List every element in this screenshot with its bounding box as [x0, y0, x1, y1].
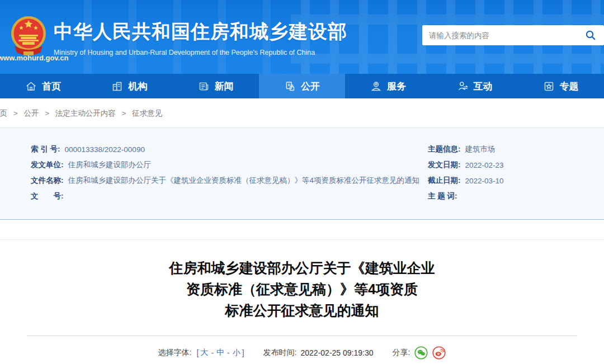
interaction-icon — [457, 81, 469, 92]
breadcrumb-solicit-opinions[interactable]: 征求意见 — [132, 109, 162, 117]
bracket: [ — [196, 348, 199, 357]
document-meta-panel: 索 引 号: 000013338/2022-00090 发文单位: 住房和城乡建… — [0, 127, 604, 220]
article-title-line: 住房和城乡建设部办公厅关于《建筑业企业 — [0, 257, 604, 278]
meta-row-issuing-unit: 发文单位: 住房和城乡建设部办公厅 — [31, 157, 405, 173]
nav-item-topics[interactable]: 专题 — [518, 74, 604, 98]
nav-item-service[interactable]: 服务 — [345, 74, 431, 98]
meta-row-index-number: 索 引 号: 000013338/2022-00090 — [31, 141, 405, 157]
publish-time-value: 2022-02-25 09:19:30 — [301, 348, 374, 357]
nav-label: 新闻 — [215, 80, 234, 93]
breadcrumb: 首页 > 公开 > 法定主动公开内容 > 征求意见 — [0, 98, 604, 127]
font-select-label: 选择字体: — [158, 348, 192, 358]
meta-label: 文 号: — [31, 191, 64, 201]
font-size-small-link[interactable]: 小 — [233, 348, 240, 358]
meta-row-keywords: 主 题 词: — [428, 188, 596, 204]
nav-label: 机构 — [128, 80, 147, 93]
font-size-large-link[interactable]: 大 — [200, 348, 208, 358]
meta-column-left: 索 引 号: 000013338/2022-00090 发文单位: 住房和城乡建… — [31, 141, 405, 204]
breadcrumb-separator: > — [122, 109, 126, 117]
meta-label: 文件名称: — [31, 176, 64, 186]
nav-item-org[interactable]: 机构 — [86, 74, 172, 98]
meta-column-right: 主题信息: 建筑市场 发文日期: 2022-02-23 截止日期: 2022-0… — [428, 141, 596, 204]
breadcrumb-separator: > — [45, 109, 49, 117]
meta-label: 发文单位: — [31, 160, 64, 170]
disclosure-docs-icon — [284, 81, 296, 92]
article-title-line: 标准公开征求意见的通知 — [0, 300, 604, 321]
section-divider — [0, 220, 604, 240]
dash: - — [211, 348, 214, 357]
newspaper-icon — [198, 81, 210, 92]
meta-row-document-number: 文 号: — [31, 188, 405, 204]
publish-time: 发布时间: 2022-02-25 09:19:30 — [263, 348, 374, 358]
nav-item-news[interactable]: 新闻 — [173, 74, 259, 98]
main-nav: 首页 机构 新闻 公开 服务 互动 — [0, 74, 604, 98]
meta-label: 索 引 号: — [31, 144, 60, 154]
bracket: ] — [242, 348, 244, 357]
breadcrumb-disclosure[interactable]: 公开 — [23, 109, 39, 117]
site-title: 中华人民共和国住房和城乡建设部 — [54, 19, 347, 45]
breadcrumb-home[interactable]: 首页 — [0, 109, 7, 117]
article-title-line: 资质标准（征求意见稿）》等4项资质 — [0, 278, 604, 300]
meta-row-issue-date: 发文日期: 2022-02-23 — [428, 157, 596, 173]
nav-label: 公开 — [301, 80, 320, 93]
publish-time-label: 发布时间: — [263, 348, 297, 358]
search-button[interactable] — [584, 29, 597, 42]
nav-item-disclosure[interactable]: 公开 — [259, 74, 345, 98]
national-emblem-icon — [10, 13, 47, 58]
meta-row-topic-info: 主题信息: 建筑市场 — [428, 141, 596, 157]
star-topics-icon — [543, 81, 555, 92]
site-subtitle: Ministry of Housing and Urban-Rural Deve… — [54, 49, 347, 56]
font-size-medium-link[interactable]: 中 — [216, 348, 224, 358]
meta-value: 2022-02-23 — [465, 161, 504, 169]
meta-label: 主 题 词: — [428, 191, 457, 201]
share-label: 分享: — [393, 348, 410, 358]
meta-label: 主题信息: — [428, 144, 461, 154]
meta-label: 截止日期: — [428, 176, 461, 186]
meta-label: 发文日期: — [428, 160, 461, 170]
breadcrumb-statutory-content[interactable]: 法定主动公开内容 — [55, 109, 116, 117]
meta-value: 住房和城乡建设部办公厅 — [68, 160, 152, 170]
meta-value: 000013338/2022-00090 — [65, 145, 145, 154]
article-title: 住房和城乡建设部办公厅关于《建筑业企业 资质标准（征求意见稿）》等4项资质 标准… — [0, 240, 604, 321]
nav-item-interaction[interactable]: 互动 — [431, 74, 517, 98]
search-input[interactable] — [429, 31, 584, 40]
nav-label: 首页 — [42, 80, 61, 93]
nav-label: 专题 — [560, 80, 579, 93]
meta-value: 2022-03-10 — [465, 177, 504, 185]
home-icon — [25, 81, 37, 92]
wechat-share-icon[interactable] — [414, 346, 428, 360]
meta-row-deadline-date: 截止日期: 2022-03-10 — [428, 173, 596, 188]
site-title-block: 中华人民共和国住房和城乡建设部 Ministry of Housing and … — [54, 13, 347, 56]
font-size-selector: 选择字体: [ 大 - 中 - 小 ] — [158, 348, 244, 358]
article: 住房和城乡建设部办公厅关于《建筑业企业 资质标准（征求意见稿）》等4项资质 标准… — [0, 240, 604, 364]
article-toolbar: 选择字体: [ 大 - 中 - 小 ] 发布时间: 2022-02-25 09:… — [0, 336, 604, 364]
nav-label: 互动 — [474, 80, 493, 93]
meta-value: 住房和城乡建设部办公厅关于《建筑业企业资质标准（征求意见稿）》等4项资质标准公开… — [68, 176, 420, 186]
share-group: 分享: — [393, 346, 446, 360]
building-icon — [111, 81, 123, 92]
search-icon — [585, 30, 596, 41]
dash: - — [227, 348, 230, 357]
meta-value: 建筑市场 — [465, 144, 496, 154]
site-logo[interactable]: 中华人民共和国住房和城乡建设部 Ministry of Housing and … — [10, 13, 347, 58]
site-url: www.mohurd.gov.cn — [0, 54, 68, 62]
nav-item-home[interactable]: 首页 — [0, 74, 86, 98]
meta-row-document-name: 文件名称: 住房和城乡建设部办公厅关于《建筑业企业资质标准（征求意见稿）》等4项… — [31, 173, 405, 188]
nav-label: 服务 — [387, 80, 406, 93]
weibo-share-icon[interactable] — [432, 346, 446, 360]
search-box — [422, 25, 604, 45]
service-person-icon — [370, 81, 382, 92]
breadcrumb-separator: > — [13, 109, 18, 117]
site-header: 中华人民共和国住房和城乡建设部 Ministry of Housing and … — [0, 0, 604, 74]
